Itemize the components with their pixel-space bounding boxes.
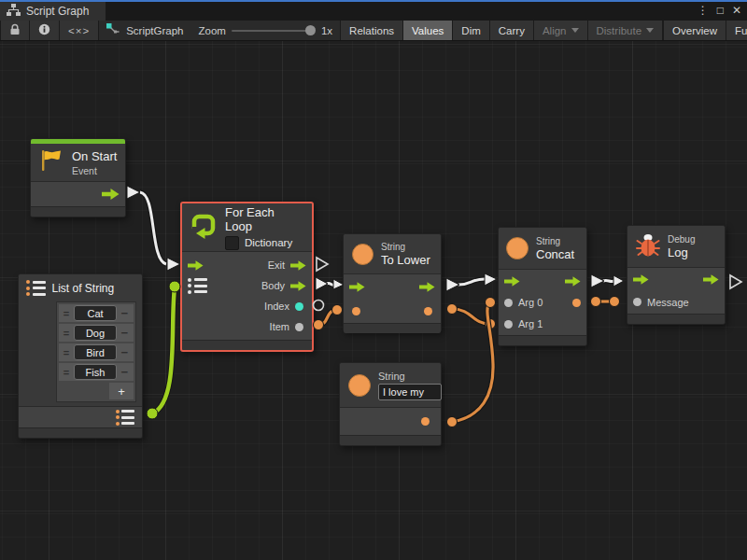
flow-input-port[interactable] [504, 276, 520, 287]
tab-bar: Script Graph ⋮ □ ✕ [0, 0, 747, 21]
drag-handle[interactable]: = [62, 367, 71, 378]
node-category: String [378, 371, 442, 382]
window-controls: ⋮ □ ✕ [698, 3, 741, 18]
zoom-slider-track[interactable] [232, 30, 312, 32]
flow-input-port[interactable] [633, 274, 649, 285]
values-button[interactable]: Values [403, 21, 453, 40]
exit-output-port[interactable] [290, 260, 306, 271]
message-input-port[interactable] [633, 298, 641, 306]
distribute-button[interactable]: Distribute [588, 21, 664, 40]
relations-button[interactable]: Relations [340, 21, 403, 40]
info-button[interactable] [30, 21, 60, 40]
tab-title: Script Graph [26, 5, 89, 18]
string-output-port[interactable] [421, 417, 430, 426]
flow-input-port[interactable] [188, 260, 204, 271]
node-title: Log [668, 245, 695, 259]
zoom-slider-knob[interactable] [305, 25, 316, 35]
focus-accent-line [0, 0, 747, 2]
close-icon[interactable]: ✕ [732, 3, 741, 18]
tab-script-graph[interactable]: Script Graph [0, 2, 106, 21]
result-output-port[interactable] [572, 299, 581, 307]
arg1-input-port[interactable] [504, 320, 513, 329]
loop-icon [190, 212, 218, 244]
node-on-start[interactable]: On Start Event [30, 138, 126, 217]
node-string-to-lower[interactable]: String To Lower [343, 233, 442, 332]
port-label-message: Message [647, 297, 689, 308]
maximize-icon[interactable]: □ [717, 3, 724, 18]
code-view-button[interactable]: <×> [60, 21, 99, 40]
index-output-port[interactable] [295, 302, 303, 311]
bug-icon [636, 232, 660, 261]
flag-icon [38, 147, 64, 177]
lock-button[interactable] [0, 21, 30, 40]
list-input-port[interactable] [188, 278, 207, 294]
carry-button[interactable]: Carry [490, 21, 534, 40]
list-item-row: = − [59, 304, 134, 322]
node-title: For Each Loop [225, 205, 304, 233]
full-screen-button[interactable]: Full Screen [726, 21, 747, 40]
drag-handle[interactable]: = [62, 347, 71, 358]
list-item-row: = − [59, 343, 134, 361]
align-button[interactable]: Align [534, 21, 588, 40]
drag-handle[interactable]: = [62, 308, 71, 319]
port-label-arg1: Arg 1 [518, 318, 543, 329]
node-category: Debug [668, 234, 695, 245]
node-footer [340, 435, 441, 445]
flow-output-port[interactable] [565, 276, 581, 287]
flow-input-port[interactable] [349, 282, 365, 292]
node-footer [344, 323, 441, 333]
add-item-button[interactable]: + [109, 383, 134, 399]
graph-name: ScriptGraph [126, 25, 183, 36]
string-icon [348, 374, 371, 397]
string-output-port[interactable] [424, 307, 432, 315]
zoom-slider[interactable] [228, 21, 316, 40]
chevron-down-icon [571, 28, 579, 33]
align-label: Align [543, 25, 567, 36]
node-footer [19, 427, 142, 438]
zoom-label: Zoom [191, 21, 228, 40]
node-subtitle: Event [72, 165, 117, 176]
port-label-index: Index [264, 301, 289, 312]
body-output-port[interactable] [290, 281, 306, 291]
string-value-field[interactable] [378, 384, 442, 400]
port-label-exit: Exit [268, 259, 285, 271]
node-list-of-string[interactable]: List of String = − = − = − [18, 273, 143, 439]
graph-toolbar: <×> ScriptGraph Zoom 1x Relations Values… [0, 21, 747, 41]
flow-output-port[interactable] [102, 189, 120, 200]
remove-item-button[interactable]: − [120, 306, 131, 320]
drag-handle[interactable]: = [62, 328, 71, 339]
overview-button[interactable]: Overview [663, 21, 726, 40]
flow-output-port[interactable] [419, 282, 435, 292]
dictionary-checkbox[interactable] [225, 236, 239, 250]
list-item-field[interactable] [74, 344, 117, 360]
flow-output-port[interactable] [703, 274, 719, 285]
dictionary-label: Dictionary [245, 237, 292, 248]
string-input-port[interactable] [352, 307, 360, 315]
list-item-field[interactable] [74, 325, 117, 341]
remove-item-button[interactable]: − [120, 326, 131, 340]
port-label-item: Item [270, 321, 289, 332]
arg0-input-port[interactable] [504, 299, 513, 307]
node-debug-log[interactable]: Debug Log Message [627, 225, 726, 325]
node-string-concat[interactable]: String Concat Arg 0 Arg 1 [498, 227, 587, 346]
port-label-body: Body [261, 280, 285, 291]
item-output-port[interactable] [295, 323, 303, 331]
node-title: Concat [536, 247, 574, 261]
dim-button[interactable]: Dim [453, 21, 489, 40]
string-icon [506, 237, 529, 259]
node-for-each-loop[interactable]: For Each Loop Dictionary Exit [180, 202, 314, 352]
node-footer [499, 335, 586, 345]
remove-item-button[interactable]: − [120, 365, 131, 379]
remove-item-button[interactable]: − [120, 345, 131, 359]
hierarchy-icon [7, 3, 21, 20]
list-item-field[interactable] [74, 364, 117, 380]
list-item-field[interactable] [74, 305, 117, 321]
menu-icon[interactable]: ⋮ [698, 3, 709, 18]
list-output-port[interactable] [116, 410, 135, 426]
code-icon: <×> [68, 25, 90, 36]
node-footer [182, 340, 312, 350]
zoom-value: 1x [316, 21, 340, 40]
node-string-literal[interactable]: String [339, 362, 442, 446]
info-icon [38, 23, 50, 37]
list-icon [26, 280, 46, 296]
